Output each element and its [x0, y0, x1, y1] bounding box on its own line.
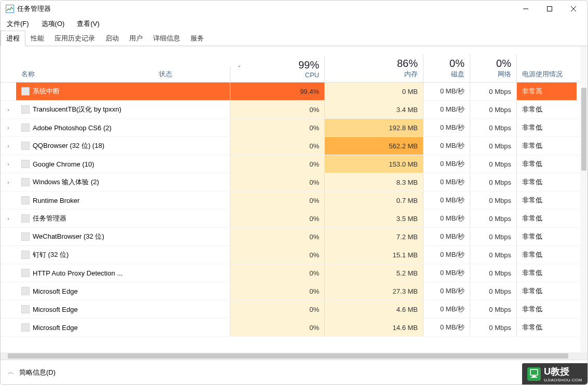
menu-options[interactable]: 选项(O) — [38, 18, 68, 30]
process-power: 非常低 — [517, 137, 577, 155]
process-disk: 0 MB/秒 — [423, 210, 470, 227]
expand-toggle — [1, 246, 16, 264]
column-header-network[interactable]: 0% 网络 — [470, 54, 517, 82]
process-name-cell: TranslucentTB(汉化 by tpxxn) — [16, 101, 154, 118]
process-row[interactable]: 钉钉 (32 位)0%15.1 MB0 MB/秒0 Mbps非常低 — [1, 246, 587, 264]
column-header-status[interactable]: 状态 — [154, 66, 230, 82]
process-power: 非常低 — [517, 319, 577, 336]
vertical-scrollbar[interactable] — [580, 46, 587, 352]
column-header-cpu[interactable]: ⌄ 99% CPU — [230, 56, 325, 82]
tab-2[interactable]: 应用历史记录 — [49, 31, 100, 46]
process-memory: 8.3 MB — [325, 173, 423, 191]
expand-toggle — [1, 300, 16, 318]
process-cpu: 0% — [230, 155, 325, 173]
tab-5[interactable]: 详细信息 — [148, 31, 185, 46]
process-status — [154, 82, 230, 100]
process-cpu: 0% — [230, 228, 325, 245]
process-row[interactable]: Microsoft Edge0%27.3 MB0 MB/秒0 Mbps非常低 — [1, 282, 587, 300]
scrollbar-thumb[interactable] — [581, 88, 586, 171]
column-header-disk[interactable]: 0% 磁盘 — [423, 54, 470, 82]
process-network: 0 Mbps — [470, 246, 517, 264]
process-name: 钉钉 (32 位) — [33, 250, 69, 259]
svg-rect-7 — [531, 377, 537, 378]
scrollbar-thumb[interactable] — [8, 353, 568, 359]
expand-toggle[interactable]: › — [1, 173, 16, 191]
expand-toggle — [1, 191, 16, 209]
process-power: 非常低 — [517, 228, 577, 245]
expand-toggle[interactable]: › — [1, 210, 16, 227]
process-memory: 5.2 MB — [325, 264, 423, 282]
process-name-cell: HTTP Auto Proxy Detection ... — [16, 264, 154, 282]
process-status — [154, 137, 230, 155]
process-power: 非常低 — [517, 119, 577, 136]
minimize-button[interactable] — [514, 1, 538, 17]
process-power: 非常高 — [517, 82, 577, 100]
process-disk: 0 MB/秒 — [423, 228, 470, 245]
process-power: 非常低 — [517, 264, 577, 282]
fewer-details-link[interactable]: 简略信息(D) — [19, 368, 56, 377]
process-row[interactable]: ›TranslucentTB(汉化 by tpxxn)0%3.4 MB0 MB/… — [1, 101, 587, 119]
process-cpu: 0% — [230, 246, 325, 264]
process-row[interactable]: Microsoft Edge0%4.6 MB0 MB/秒0 Mbps非常低 — [1, 300, 587, 319]
process-name: WeChatBrowser (32 位) — [33, 232, 104, 241]
expand-toggle[interactable]: › — [1, 137, 16, 155]
process-cpu: 99.4% — [230, 82, 325, 100]
process-memory: 4.6 MB — [325, 300, 423, 318]
tab-6[interactable]: 服务 — [185, 31, 209, 46]
process-disk: 0 MB/秒 — [423, 300, 470, 318]
process-status — [154, 300, 230, 318]
close-button[interactable] — [562, 1, 585, 17]
process-disk: 0 MB/秒 — [423, 82, 470, 100]
process-row[interactable]: ›Adobe Photoshop CS6 (2)0%192.8 MB0 MB/秒… — [1, 119, 587, 137]
titlebar[interactable]: 任务管理器 — [1, 1, 587, 17]
chevron-up-icon[interactable]: ︿ — [8, 368, 14, 377]
expand-toggle — [1, 319, 16, 336]
watermark-brand: U教授 — [544, 366, 569, 377]
process-network: 0 Mbps — [470, 101, 517, 118]
process-network: 0 Mbps — [470, 300, 517, 318]
tab-0[interactable]: 进程 — [1, 31, 25, 46]
expand-toggle[interactable]: › — [1, 101, 16, 118]
process-memory: 7.2 MB — [325, 228, 423, 245]
tab-3[interactable]: 启动 — [100, 31, 124, 46]
process-row[interactable]: ›Windows 输入体验 (2)0%8.3 MB0 MB/秒0 Mbps非常低 — [1, 173, 587, 191]
menu-view[interactable]: 查看(V) — [74, 18, 102, 30]
process-row[interactable]: HTTP Auto Proxy Detection ...0%5.2 MB0 M… — [1, 264, 587, 282]
expand-toggle[interactable]: › — [1, 119, 16, 136]
process-name-cell: Microsoft Edge — [16, 300, 154, 318]
maximize-button[interactable] — [538, 1, 562, 17]
expand-toggle[interactable]: › — [1, 155, 16, 173]
process-memory: 3.4 MB — [325, 101, 423, 118]
process-cpu: 0% — [230, 319, 325, 336]
process-network: 0 Mbps — [470, 210, 517, 227]
process-row[interactable]: ›Google Chrome (10)0%153.0 MB0 MB/秒0 Mbp… — [1, 155, 587, 173]
process-row[interactable]: 系统中断99.4%0 MB0 MB/秒0 Mbps非常高 — [1, 82, 587, 101]
process-row[interactable]: ›任务管理器0%3.5 MB0 MB/秒0 Mbps非常低 — [1, 210, 587, 228]
process-memory: 14.6 MB — [325, 319, 423, 336]
process-name-cell: Microsoft Edge — [16, 282, 154, 300]
process-row[interactable]: Runtime Broker0%0.7 MB0 MB/秒0 Mbps非常低 — [1, 191, 587, 210]
menu-file[interactable]: 文件(F) — [4, 18, 32, 30]
tabstrip: 进程性能应用历史记录启动用户详细信息服务 — [1, 31, 587, 46]
process-status — [154, 119, 230, 136]
watermark-icon — [527, 367, 541, 381]
process-row[interactable]: ›QQBrowser (32 位) (18)0%562.2 MB0 MB/秒0 … — [1, 137, 587, 155]
column-header-name[interactable]: 名称 — [16, 66, 154, 82]
process-name-cell: WeChatBrowser (32 位) — [16, 228, 154, 245]
process-network: 0 Mbps — [470, 173, 517, 191]
process-status — [154, 246, 230, 264]
column-header-power[interactable]: 电源使用情况 — [517, 66, 577, 82]
process-power: 非常低 — [517, 155, 577, 173]
horizontal-scrollbar[interactable] — [1, 352, 587, 360]
process-name: Microsoft Edge — [33, 287, 78, 295]
tab-4[interactable]: 用户 — [124, 31, 148, 46]
process-name-cell: Windows 输入体验 (2) — [16, 173, 154, 191]
process-cpu: 0% — [230, 282, 325, 300]
process-row[interactable]: Microsoft Edge0%14.6 MB0 MB/秒0 Mbps非常低 — [1, 319, 587, 337]
process-icon — [21, 214, 30, 223]
tab-1[interactable]: 性能 — [25, 31, 49, 46]
process-status — [154, 210, 230, 227]
process-name: QQBrowser (32 位) (18) — [33, 141, 104, 150]
process-row[interactable]: WeChatBrowser (32 位)0%7.2 MB0 MB/秒0 Mbps… — [1, 228, 587, 246]
column-header-memory[interactable]: 86% 内存 — [325, 54, 423, 82]
